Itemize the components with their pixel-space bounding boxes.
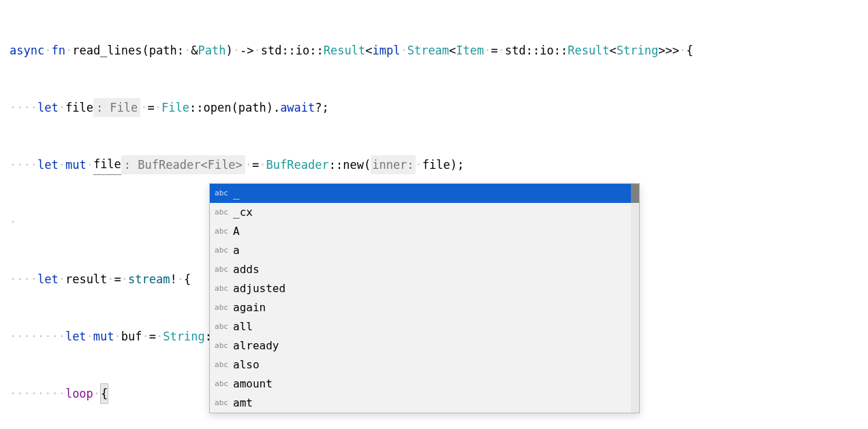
text-icon: abc (214, 355, 229, 375)
text-icon: abc (214, 375, 229, 394)
completion-item[interactable]: abcamount (210, 375, 639, 394)
completion-label: _ (233, 184, 240, 203)
completion-label: A (233, 222, 240, 241)
text-icon: abc (214, 260, 229, 279)
completion-label: already (233, 336, 279, 355)
type-path: Path (198, 41, 226, 60)
completion-item[interactable]: abca (210, 241, 639, 260)
completion-item[interactable]: abc_ (210, 184, 639, 203)
keyword-async: async (10, 41, 44, 60)
completion-popup[interactable]: abc_abc_cxabcAabcaabcaddsabcadjustedabca… (209, 183, 640, 413)
fn-name: read_lines (72, 41, 142, 60)
code-line[interactable]: async·fn·read_lines(path:·&Path)·->·std:… (10, 41, 868, 60)
completion-item[interactable]: abcadjusted (210, 279, 639, 298)
keyword-loop: loop (65, 384, 93, 403)
completion-item[interactable]: abcalready (210, 336, 639, 355)
text-icon: abc (214, 222, 229, 241)
type-hint: : File (93, 98, 140, 117)
code-line[interactable]: ····let·file: File·=·File::open(path).aw… (10, 98, 868, 117)
completion-label: _cx (233, 203, 253, 222)
variable-file: file (93, 155, 121, 175)
completion-item[interactable]: abc_cx (210, 203, 639, 222)
completion-label: all (233, 317, 253, 336)
code-line[interactable]: ····let·mut·file: BufReader<File>·=·BufR… (10, 155, 868, 174)
text-icon: abc (214, 203, 229, 222)
keyword-fn: fn (51, 41, 65, 60)
completion-label: also (233, 355, 260, 375)
text-icon: abc (214, 336, 229, 355)
completion-item[interactable]: abcagain (210, 298, 639, 317)
scrollbar-thumb[interactable] (631, 184, 639, 203)
param: path (149, 41, 177, 60)
completion-label: amt (233, 394, 253, 413)
text-icon: abc (214, 279, 229, 298)
text-icon: abc (214, 317, 229, 336)
completion-label: again (233, 298, 266, 317)
text-icon: abc (214, 394, 229, 413)
completion-item[interactable]: abcA (210, 222, 639, 241)
text-icon: abc (214, 298, 229, 317)
scrollbar[interactable] (631, 184, 639, 413)
completion-label: adds (233, 260, 260, 279)
text-icon: abc (214, 241, 229, 260)
completion-label: amount (233, 375, 273, 394)
param-hint: inner: (371, 155, 415, 174)
type-hint: : BufReader<File> (121, 155, 245, 174)
completion-item[interactable]: abcalso (210, 355, 639, 375)
completion-item[interactable]: abcall (210, 317, 639, 336)
text-icon: abc (214, 184, 229, 203)
macro: stream (128, 270, 170, 289)
completion-item[interactable]: abcadds (210, 260, 639, 279)
whitespace: · (44, 41, 51, 60)
completion-label: a (233, 241, 240, 260)
completion-label: adjusted (233, 279, 285, 298)
completion-item[interactable]: abcamt (210, 394, 639, 413)
